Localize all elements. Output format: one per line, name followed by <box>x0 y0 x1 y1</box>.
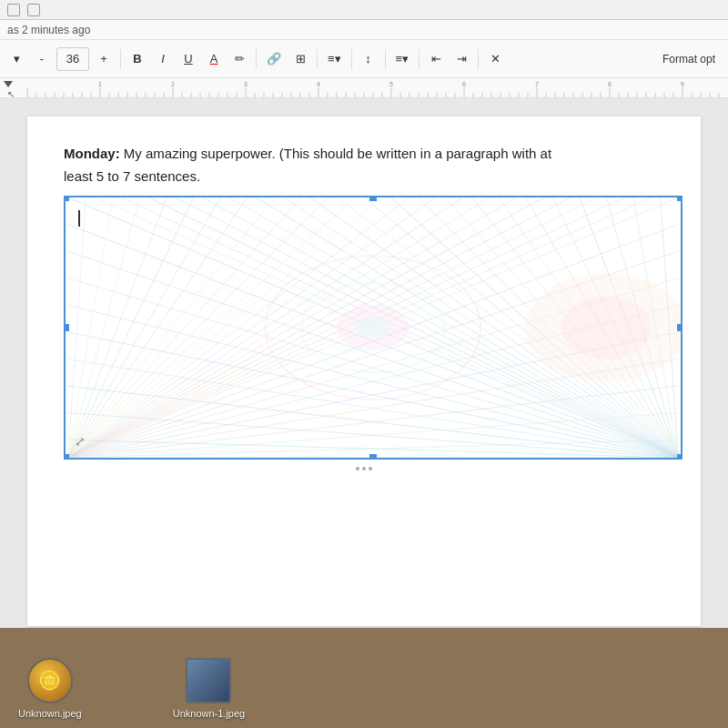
window-icon-2 <box>27 4 40 16</box>
toolbar-separator-4 <box>351 49 352 69</box>
svg-point-156 <box>355 317 390 339</box>
window-chrome <box>0 0 728 20</box>
resize-handle-bottom-left[interactable] <box>64 454 69 460</box>
toolbar-separator-7 <box>478 49 479 69</box>
main-layout: as 2 minutes ago ▾ - 36 + B I U A ✏ 🔗 ⊞ … <box>0 0 728 728</box>
taskbar: 🪙 Unknown.jpeg Unknown-1.jpeg <box>0 628 728 728</box>
image-content <box>66 197 681 458</box>
ruler: 123456789 ↖ <box>0 78 728 98</box>
toolbar-separator-5 <box>385 49 386 69</box>
resize-handle-middle-right[interactable] <box>677 324 682 331</box>
underline-btn[interactable]: U <box>177 46 199 72</box>
save-status-text: as 2 minutes ago <box>7 24 90 36</box>
insert-btn[interactable]: ⊞ <box>289 46 311 72</box>
doc-line1-text: My amazing superpower. (This should be w… <box>120 146 551 161</box>
highlight-btn[interactable]: ✏ <box>228 46 250 72</box>
svg-text:7: 7 <box>535 81 539 87</box>
text-cursor <box>78 210 80 227</box>
doc-line1-bold: Monday: <box>64 146 120 161</box>
toolbar-separator-1 <box>120 49 121 69</box>
ruler-indent-marker[interactable] <box>4 81 13 87</box>
font-color-btn[interactable]: A <box>203 46 225 72</box>
indent-increase-btn[interactable]: ⇥ <box>450 46 472 72</box>
svg-text:1: 1 <box>98 81 102 87</box>
toolbar: ▾ - 36 + B I U A ✏ 🔗 ⊞ ≡▾ ↕ ≡▾ ⇤ ⇥ ✕ For… <box>0 40 728 78</box>
taskbar-thumb-2 <box>186 658 231 703</box>
window-icon-1 <box>7 4 20 16</box>
svg-point-158 <box>561 296 652 359</box>
svg-text:8: 8 <box>608 81 612 87</box>
format-options-btn[interactable]: Format opt <box>655 46 723 72</box>
resize-handle-top-right[interactable] <box>677 196 682 201</box>
resize-handle-top-middle[interactable] <box>369 196 377 201</box>
save-status-bar: as 2 minutes ago <box>0 20 728 40</box>
toolbar-separator-3 <box>317 49 318 69</box>
bottom-dots <box>64 467 664 470</box>
font-size-decrease-btn[interactable]: - <box>31 46 53 72</box>
toolbar-separator-6 <box>419 49 420 69</box>
svg-text:9: 9 <box>681 81 684 87</box>
coin-image: 🪙 <box>29 660 71 702</box>
svg-text:6: 6 <box>462 81 466 87</box>
taskbar-label-1: Unknown.jpeg <box>18 708 82 719</box>
doc-page: Monday: My amazing superpower. (This sho… <box>27 116 701 626</box>
taskbar-item-2[interactable]: Unknown-1.jpeg <box>173 658 246 719</box>
indent-decrease-btn[interactable]: ⇤ <box>425 46 447 72</box>
dot-1 <box>356 467 359 470</box>
taskbar-item-1[interactable]: 🪙 Unknown.jpeg <box>18 658 82 719</box>
svg-text:4: 4 <box>317 81 320 87</box>
font-size-increase-btn[interactable]: + <box>93 46 115 72</box>
doc-line-2: least 5 to 7 sentences. <box>64 167 664 187</box>
font-size-display: 36 <box>56 47 89 71</box>
taskbar-label-2: Unknown-1.jpeg <box>173 708 246 719</box>
image-container[interactable]: ⤢ <box>64 196 682 460</box>
italic-btn[interactable]: I <box>152 46 174 72</box>
doc-line-1: Monday: My amazing superpower. (This sho… <box>64 144 664 165</box>
clear-format-btn[interactable]: ✕ <box>484 46 506 72</box>
align-btn[interactable]: ≡▾ <box>323 46 346 72</box>
svg-text:5: 5 <box>389 81 393 87</box>
bold-btn[interactable]: B <box>126 46 148 72</box>
resize-handle-middle-left[interactable] <box>64 324 69 331</box>
photo-image <box>187 660 229 702</box>
toolbar-separator-2 <box>256 49 257 69</box>
line-spacing-btn[interactable]: ↕ <box>358 46 379 72</box>
ruler-cursor-arrow: ↖ <box>7 89 15 98</box>
resize-icon: ⤢ <box>75 434 86 449</box>
zoom-arrow-btn[interactable]: ▾ <box>5 46 27 72</box>
dot-2 <box>362 467 366 470</box>
resize-handle-top-left[interactable] <box>64 196 69 201</box>
taskbar-thumb-1: 🪙 <box>27 658 73 703</box>
list-btn[interactable]: ≡▾ <box>391 46 414 72</box>
resize-handle-bottom-right[interactable] <box>677 454 682 460</box>
dot-3 <box>369 467 372 470</box>
resize-handle-bottom-middle[interactable] <box>369 454 377 460</box>
svg-text:2: 2 <box>171 81 175 87</box>
svg-text:3: 3 <box>244 81 248 87</box>
link-btn[interactable]: 🔗 <box>262 46 286 72</box>
